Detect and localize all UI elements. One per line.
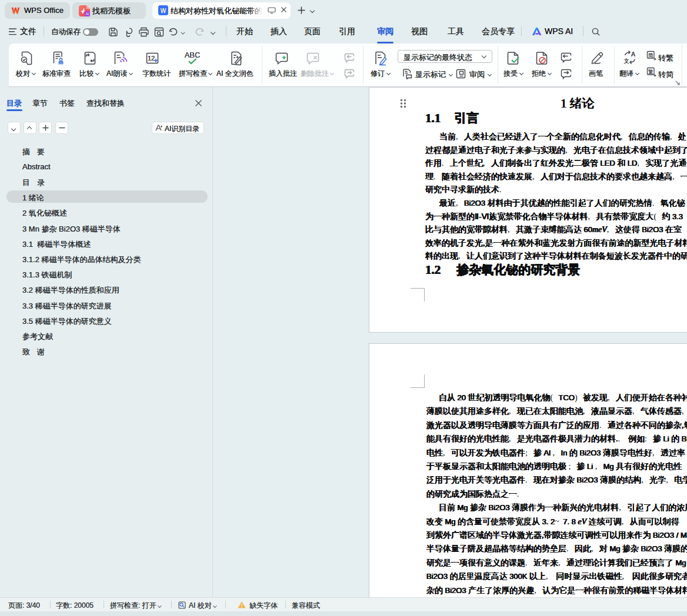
svg-text:简: 简 (648, 52, 653, 58)
svg-text:繁: 繁 (648, 69, 653, 75)
svg-text:ABC: ABC (185, 51, 201, 59)
svg-text:12: 12 (148, 55, 155, 62)
svg-text:A: A (631, 51, 635, 58)
svg-text:文: 文 (623, 58, 629, 64)
